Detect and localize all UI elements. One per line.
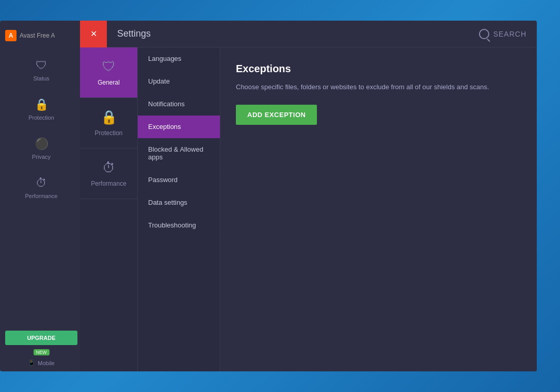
mobile-label: Mobile: [38, 360, 54, 366]
privacy-icon: ⚫: [35, 137, 49, 151]
category-protection-label: Protection: [94, 129, 122, 137]
upgrade-button[interactable]: UPGRADE: [5, 331, 77, 345]
menu-item-blocked-allowed[interactable]: Blocked & Allowed apps: [138, 138, 220, 169]
categories-panel: 🛡 General 🔒 Protection ⏱ Performance: [80, 47, 138, 371]
add-exception-button[interactable]: ADD EXCEPTION: [236, 105, 317, 125]
sidebar-label-protection: Protection: [28, 115, 54, 121]
menu-label-blocked-allowed: Blocked & Allowed apps: [148, 145, 203, 161]
category-performance-label: Performance: [91, 180, 126, 187]
sidebar-item-status[interactable]: 🛡 Status: [0, 51, 83, 90]
close-button[interactable]: ✕: [80, 21, 107, 47]
sidebar-label-status: Status: [33, 75, 49, 81]
avast-logo-bar: A Avast Free A: [0, 26, 83, 45]
content-title: Exceptions: [236, 63, 521, 75]
menu-label-troubleshooting: Troubleshooting: [148, 221, 196, 229]
sidebar-item-protection[interactable]: 🔒 Protection: [0, 90, 83, 129]
menu-label-data-settings: Data settings: [148, 199, 187, 206]
sidebar-bottom: UPGRADE NEW 📱 Mobile: [0, 325, 83, 371]
menu-label-password: Password: [148, 176, 178, 184]
new-badge: NEW: [34, 349, 50, 355]
general-shield-icon: 🛡: [102, 59, 116, 75]
menu-label-update: Update: [148, 77, 170, 85]
lock-icon: 🔒: [35, 98, 49, 111]
category-general-label: General: [98, 79, 120, 86]
sidebar-item-privacy[interactable]: ⚫ Privacy: [0, 129, 83, 168]
category-performance[interactable]: ⏱ Performance: [80, 149, 137, 199]
performance-icon: ⏱: [36, 176, 47, 190]
category-general[interactable]: 🛡 General: [80, 47, 137, 98]
settings-title: Settings: [107, 28, 479, 39]
avast-logo-text: Avast Free A: [20, 32, 55, 39]
search-area[interactable]: SEARCH: [479, 29, 537, 39]
performance-gauge-icon: ⏱: [102, 160, 116, 176]
menu-item-password[interactable]: Password: [138, 169, 220, 191]
sidebar-nav: 🛡 Status 🔒 Protection ⚫ Privacy ⏱ Perfor…: [0, 51, 83, 325]
protection-lock-icon: 🔒: [101, 109, 117, 125]
settings-body: 🛡 General 🔒 Protection ⏱ Performance Lan…: [80, 47, 537, 371]
sidebar-label-privacy: Privacy: [32, 154, 51, 160]
menu-label-languages: Languages: [148, 55, 181, 62]
menu-item-update[interactable]: Update: [138, 70, 220, 93]
shield-icon: 🛡: [36, 59, 47, 72]
mobile-item[interactable]: 📱 Mobile: [28, 360, 54, 366]
search-label: SEARCH: [493, 30, 526, 38]
avast-sidebar: A Avast Free A 🛡 Status 🔒 Protection ⚫ P…: [0, 21, 83, 371]
search-icon: [479, 29, 489, 39]
content-panel: Exceptions Choose specific files, folder…: [220, 47, 537, 371]
menu-item-exceptions[interactable]: Exceptions: [138, 116, 220, 138]
menu-item-notifications[interactable]: Notifications: [138, 93, 220, 116]
sidebar-label-performance: Performance: [25, 193, 58, 199]
menu-item-data-settings[interactable]: Data settings: [138, 191, 220, 214]
menu-panel: Languages Update Notifications Exception…: [138, 47, 220, 371]
sidebar-item-performance[interactable]: ⏱ Performance: [0, 168, 83, 207]
menu-label-exceptions: Exceptions: [148, 123, 181, 130]
avast-logo-icon: A: [5, 30, 17, 41]
menu-label-notifications: Notifications: [148, 100, 185, 108]
settings-window: ✕ Settings SEARCH 🛡 General 🔒 Protection…: [80, 21, 537, 371]
menu-item-troubleshooting[interactable]: Troubleshooting: [138, 214, 220, 237]
content-description: Choose specific files, folders or websit…: [236, 82, 521, 92]
category-protection[interactable]: 🔒 Protection: [80, 98, 137, 149]
settings-header: ✕ Settings SEARCH: [80, 21, 537, 47]
mobile-icon: 📱: [28, 360, 35, 366]
menu-item-languages[interactable]: Languages: [138, 47, 220, 70]
